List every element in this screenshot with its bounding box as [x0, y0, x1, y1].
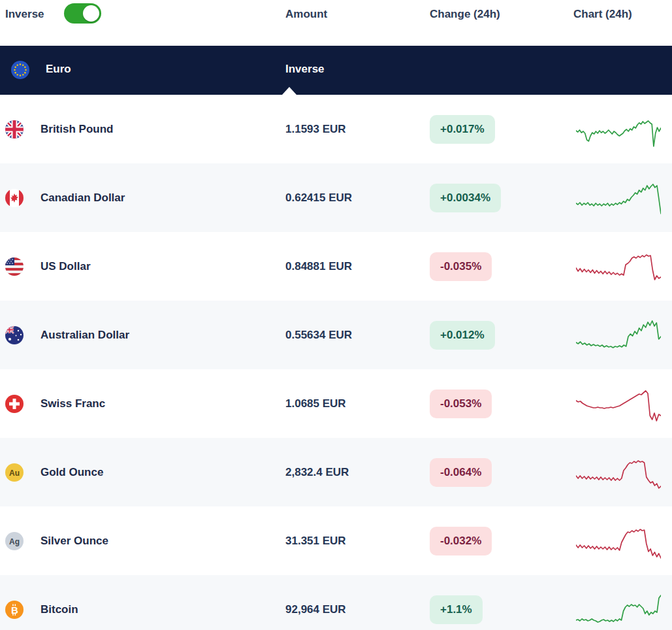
bitcoin-icon: B [5, 601, 24, 619]
base-currency-mode: Inverse [285, 63, 325, 76]
inverse-toggle[interactable] [64, 3, 101, 24]
change-badge: +1.1% [430, 595, 483, 624]
ch-flag-icon [5, 395, 24, 413]
column-header-chart: Chart (24h) [573, 8, 632, 21]
currency-row-gbp[interactable]: British Pound 1.1593 EUR +0.017% [0, 95, 672, 163]
change-badge: +0.017% [430, 115, 495, 144]
amount-value: 2,832.4 EUR [285, 466, 349, 479]
column-header-amount: Amount [285, 8, 327, 21]
gb-flag-icon [5, 120, 24, 139]
silver-icon: Ag [5, 532, 24, 550]
au-flag-icon [5, 326, 24, 344]
change-badge: -0.035% [430, 252, 492, 281]
column-header-change: Change (24h) [430, 8, 500, 21]
sparkline-chart [576, 180, 661, 216]
sparkline-chart [576, 248, 661, 285]
currency-row-chf[interactable]: Swiss Franc 1.0685 EUR -0.053% [0, 369, 672, 438]
amount-value: 92,964 EUR [285, 603, 346, 616]
change-badge: +0.0034% [430, 184, 501, 212]
selected-column-caret [282, 87, 296, 95]
amount-value: 31.351 EUR [285, 535, 346, 548]
amount-value: 0.84881 EUR [285, 260, 352, 273]
base-currency-row: Euro Inverse [0, 46, 672, 95]
us-flag-icon [5, 257, 24, 276]
toggle-knob [83, 5, 99, 22]
currency-row-usd[interactable]: US Dollar 0.84881 EUR -0.035% [0, 232, 672, 301]
currency-name: British Pound [40, 123, 113, 136]
currency-row-gold[interactable]: Au Gold Ounce 2,832.4 EUR -0.064% [0, 438, 672, 506]
svg-text:Au: Au [9, 468, 20, 477]
inverse-toggle-label: Inverse [5, 8, 44, 21]
base-currency-name: Euro [46, 63, 71, 76]
change-badge: -0.053% [430, 390, 492, 418]
ca-flag-icon [5, 189, 24, 207]
sparkline-chart [576, 591, 661, 628]
amount-value: 1.1593 EUR [285, 123, 346, 136]
currency-name: Gold Ounce [40, 466, 103, 479]
sparkline-chart [576, 386, 661, 422]
gold-icon: Au [5, 463, 24, 482]
currency-name: Silver Ounce [40, 535, 108, 548]
change-badge: +0.012% [430, 321, 495, 350]
sparkline-chart [576, 523, 661, 559]
currency-row-cad[interactable]: Canadian Dollar 0.62415 EUR +0.0034% [0, 163, 672, 232]
change-badge: -0.032% [430, 527, 492, 555]
amount-value: 1.0685 EUR [285, 397, 346, 410]
currency-name: US Dollar [40, 260, 91, 273]
currency-name: Australian Dollar [40, 329, 129, 342]
sparkline-chart [576, 454, 661, 491]
sparkline-chart [576, 317, 661, 354]
amount-value: 0.62415 EUR [285, 191, 352, 205]
amount-value: 0.55634 EUR [285, 329, 352, 342]
currency-row-aud[interactable]: Australian Dollar 0.55634 EUR +0.012% [0, 301, 672, 369]
currency-table-app: Inverse Amount Change (24h) Chart (24h) … [0, 0, 672, 630]
sparkline-chart [576, 111, 661, 148]
currency-row-silver[interactable]: Ag Silver Ounce 31.351 EUR -0.032% [0, 506, 672, 575]
svg-text:Ag: Ag [9, 537, 20, 546]
eu-flag-icon [11, 61, 29, 79]
toolbar: Inverse Amount Change (24h) Chart (24h) [0, 0, 672, 46]
currency-name: Canadian Dollar [40, 191, 125, 205]
currency-name: Bitcoin [40, 603, 78, 616]
svg-text:B: B [11, 604, 18, 615]
currency-name: Swiss Franc [40, 397, 105, 410]
currency-row-btc[interactable]: B Bitcoin 92,964 EUR +1.1% [0, 575, 672, 630]
change-badge: -0.064% [430, 458, 492, 487]
